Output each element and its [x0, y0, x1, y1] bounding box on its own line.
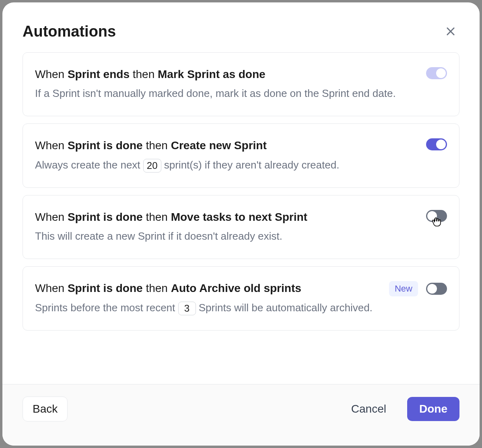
- automation-content: When Sprint is done then Move tasks to n…: [35, 210, 418, 244]
- automation-content: When Sprint is done then Auto Archive ol…: [35, 281, 381, 315]
- desc-before: Always create the next: [35, 159, 143, 171]
- title-trigger: Sprint is done: [68, 211, 143, 223]
- footer-right: Cancel Done: [342, 397, 459, 421]
- title-then: then: [146, 139, 168, 152]
- card-controls: [426, 138, 447, 150]
- title-then: then: [133, 68, 155, 80]
- automation-card-auto-archive: When Sprint is done then Auto Archive ol…: [23, 266, 459, 330]
- back-button[interactable]: Back: [23, 397, 68, 421]
- card-controls: [426, 67, 447, 79]
- title-when: When: [35, 211, 64, 223]
- toggle-auto-archive[interactable]: [426, 283, 447, 295]
- card-controls: New: [389, 281, 447, 296]
- new-badge: New: [389, 281, 418, 296]
- automation-desc: If a Sprint isn't manually marked done, …: [35, 86, 418, 101]
- title-action: Move tasks to next Sprint: [171, 211, 307, 223]
- automation-desc: This will create a new Sprint if it does…: [35, 228, 418, 244]
- automation-title: When Sprint is done then Move tasks to n…: [35, 210, 418, 224]
- automation-content: When Sprint is done then Create new Spri…: [35, 138, 418, 173]
- automations-modal: Automations When Sprint ends then Mark S…: [2, 2, 480, 446]
- done-button[interactable]: Done: [407, 397, 459, 421]
- toggle-move-tasks[interactable]: [426, 210, 447, 222]
- close-icon: [445, 26, 456, 37]
- toggle-knob: [436, 68, 446, 78]
- toggle-wrap: [426, 210, 447, 222]
- toggle-knob: [427, 284, 437, 294]
- toggle-mark-done[interactable]: [426, 67, 447, 79]
- modal-header: Automations: [2, 2, 480, 52]
- toggle-create-sprint[interactable]: [426, 138, 447, 150]
- automation-card-move-tasks: When Sprint is done then Move tasks to n…: [23, 195, 459, 259]
- toggle-knob: [436, 140, 446, 149]
- card-controls: [426, 210, 447, 222]
- title-action: Auto Archive old sprints: [171, 282, 301, 294]
- archive-count-input[interactable]: 3: [178, 302, 196, 315]
- title-trigger: Sprint is done: [68, 282, 143, 294]
- cancel-button[interactable]: Cancel: [342, 397, 396, 421]
- automation-title: When Sprint ends then Mark Sprint as don…: [35, 67, 418, 82]
- close-button[interactable]: [442, 23, 459, 40]
- title-trigger: Sprint ends: [68, 68, 130, 80]
- title-then: then: [146, 282, 168, 294]
- automation-title: When Sprint is done then Auto Archive ol…: [35, 281, 381, 296]
- title-action: Mark Sprint as done: [158, 68, 266, 80]
- automation-content: When Sprint ends then Mark Sprint as don…: [35, 67, 418, 101]
- modal-body: When Sprint ends then Mark Sprint as don…: [2, 52, 480, 384]
- title-action: Create new Sprint: [171, 139, 267, 152]
- automation-card-mark-done: When Sprint ends then Mark Sprint as don…: [23, 52, 459, 116]
- modal-title: Automations: [23, 23, 116, 40]
- automation-desc: Sprints before the most recent 3 Sprints…: [35, 300, 381, 316]
- automation-desc: Always create the next 20 sprint(s) if t…: [35, 157, 418, 173]
- automation-card-create-sprint: When Sprint is done then Create new Spri…: [23, 123, 459, 187]
- modal-footer: Back Cancel Done: [2, 384, 480, 446]
- toggle-knob: [427, 211, 437, 221]
- desc-before: Sprints before the most recent: [35, 302, 178, 314]
- automation-title: When Sprint is done then Create new Spri…: [35, 138, 418, 153]
- title-when: When: [35, 282, 64, 294]
- desc-after: sprint(s) if they aren't already created…: [164, 159, 340, 171]
- title-then: then: [146, 211, 168, 223]
- desc-after: Sprints will be automatically archived.: [199, 302, 373, 314]
- title-trigger: Sprint is done: [68, 139, 143, 152]
- title-when: When: [35, 139, 64, 152]
- title-when: When: [35, 68, 64, 80]
- sprint-count-input[interactable]: 20: [143, 159, 161, 173]
